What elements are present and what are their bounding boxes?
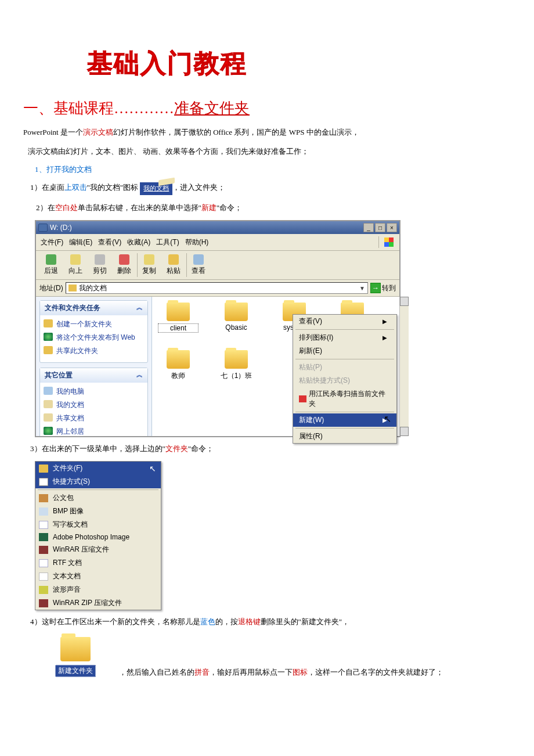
submenu-item[interactable]: 写字板文档: [35, 518, 161, 531]
menu-file[interactable]: 文件(F): [41, 237, 63, 247]
toolbar-label: 粘贴: [167, 266, 181, 276]
sidebar-item[interactable]: 网上邻居: [44, 425, 144, 436]
menu-help[interactable]: 帮助(H): [185, 237, 209, 247]
explorer-content[interactable]: clientQbasicsystemTemp教师七（1）班 查看(V)▶排列图标…: [152, 297, 399, 436]
explorer-addressbar: 地址(D) 我的文档 ▼ → 转到: [36, 280, 399, 297]
folder-icon: [167, 303, 190, 321]
folder-label: client: [158, 323, 199, 333]
menu-item-label: 粘贴快捷方式(S): [299, 376, 350, 386]
toolbar-删除[interactable]: 删除: [113, 253, 136, 277]
dropdown-icon[interactable]: ▼: [359, 285, 365, 291]
submenu-label: 公文包: [53, 493, 74, 503]
toolbar-label: 复制: [142, 266, 156, 276]
sidebar-item[interactable]: 共享文档: [44, 412, 144, 425]
submenu-item[interactable]: WinRAR ZIP 压缩文件: [35, 596, 161, 610]
sidebar-item[interactable]: 我的电脑: [44, 385, 144, 398]
new-folder-label[interactable]: 新建文件夹: [55, 665, 96, 677]
sidebar-item-label: 共享文档: [56, 413, 84, 423]
places-panel-header[interactable]: 其它位置︽: [40, 368, 147, 383]
submenu-label: 文件夹(F): [53, 463, 82, 473]
submenu-item[interactable]: 文件夹(F)↖: [35, 462, 161, 475]
sidebar-item-label: 我的文档: [56, 400, 84, 410]
menu-edit[interactable]: 编辑(E): [69, 237, 92, 247]
menu-view[interactable]: 查看(V): [98, 237, 121, 247]
submenu-item[interactable]: 快捷方式(S): [35, 475, 161, 488]
window-title: W: (D:): [50, 224, 72, 232]
submenu-item[interactable]: Adobe Photoshop Image: [35, 531, 161, 543]
chevron-up-icon: ︽: [136, 303, 143, 313]
explorer-sidebar: 文件和文件夹任务︽ 创建一个新文件夹将这个文件夹发布到 Web共享此文件夹 其它…: [36, 297, 152, 436]
section-link: 准备文件夹: [174, 100, 250, 117]
context-menu-item[interactable]: 查看(V)▶: [293, 315, 396, 328]
folder-item[interactable]: 教师: [158, 350, 199, 381]
submenu-item[interactable]: BMP 图像: [35, 505, 161, 518]
menu-item-label: 粘贴(P): [299, 362, 322, 372]
sidebar-item-label: 我的电脑: [56, 387, 84, 397]
sidebar-item-label: 创建一个新文件夹: [56, 319, 112, 329]
toolbar-剪切[interactable]: 剪切: [88, 253, 111, 277]
folder-icon: [167, 350, 190, 369]
folder-icon: [225, 350, 248, 369]
cursor-icon: ↖: [149, 464, 156, 473]
submenu-label: BMP 图像: [53, 506, 84, 516]
toolbar-查看[interactable]: 查看: [186, 253, 210, 277]
zip-icon: [39, 599, 48, 607]
menu-item-label: 查看(V): [299, 316, 322, 326]
step-1: 1）在桌面上双击"我的文档"图标 我的文档 ，进入文件夹；: [30, 181, 511, 195]
folder-label: 七（1）班: [216, 371, 257, 381]
toolbar-label: 查看: [192, 266, 205, 276]
address-input[interactable]: 我的文档 ▼: [66, 282, 368, 294]
doc-icon: [44, 413, 53, 422]
toolbar-label: 删除: [117, 266, 131, 276]
address-label: 地址(D): [39, 283, 63, 293]
drive-icon: [38, 224, 48, 232]
toolbar-后退[interactable]: 后退: [39, 253, 63, 277]
ic-view-icon: [193, 254, 204, 265]
submenu-item[interactable]: 文本文档: [35, 570, 161, 583]
toolbar-复制[interactable]: 复制: [137, 253, 161, 277]
new-submenu: 文件夹(F)↖快捷方式(S)公文包BMP 图像写字板文档Adobe Photos…: [35, 461, 161, 610]
menu-item-label: 刷新(E): [299, 346, 322, 356]
folder-label: 教师: [158, 371, 199, 381]
context-menu-item[interactable]: 用江民杀毒扫描当前文件夹: [293, 387, 396, 411]
explorer-titlebar[interactable]: W: (D:) _ □ ×: [36, 221, 399, 234]
maximize-button[interactable]: □: [375, 223, 385, 232]
toolbar-向上[interactable]: 向上: [64, 253, 87, 277]
folder-item[interactable]: Qbasic: [216, 303, 257, 333]
context-menu-item[interactable]: 新建(W)▶: [293, 413, 396, 427]
folder-item[interactable]: 七（1）班: [216, 350, 257, 381]
context-menu-item[interactable]: 刷新(E): [293, 344, 396, 358]
menu-item-label: 属性(R): [299, 431, 323, 441]
vertical-scrollbar[interactable]: [399, 297, 409, 436]
submenu-arrow-icon: ▶: [383, 318, 387, 325]
folder-item[interactable]: client: [158, 303, 199, 333]
submenu-item[interactable]: RTF 文档: [35, 556, 161, 570]
share-icon: [44, 346, 53, 354]
sidebar-item[interactable]: 共享此文件夹: [44, 344, 144, 358]
minimize-button[interactable]: _: [363, 223, 374, 232]
context-menu-item[interactable]: 属性(R): [293, 430, 396, 443]
folder-icon: [60, 637, 91, 661]
context-menu-item[interactable]: 排列图标(I)▶: [293, 331, 396, 344]
scroll-down-button[interactable]: [400, 427, 409, 436]
menu-item-label: 排列图标(I): [299, 333, 333, 343]
menu-favorites[interactable]: 收藏(A): [127, 237, 150, 247]
menu-tools[interactable]: 工具(T): [156, 237, 179, 247]
submenu-item[interactable]: 公文包: [35, 491, 161, 505]
submenu-label: 快捷方式(S): [53, 477, 90, 487]
address-value: 我的文档: [79, 283, 107, 293]
close-button[interactable]: ×: [387, 223, 397, 232]
submenu-item[interactable]: 波形声音: [35, 583, 161, 596]
go-button[interactable]: → 转到: [370, 283, 396, 293]
globe-icon: [44, 333, 53, 341]
submenu-item[interactable]: WinRAR 压缩文件: [35, 543, 161, 556]
scroll-up-button[interactable]: [400, 297, 409, 306]
sidebar-item[interactable]: 我的文档: [44, 398, 144, 412]
menu-item-label: 用江民杀毒扫描当前文件夹: [309, 389, 387, 409]
sidebar-item[interactable]: 将这个文件夹发布到 Web: [44, 331, 144, 344]
sidebar-item-label: 网上邻居: [56, 427, 84, 436]
tasks-panel-header[interactable]: 文件和文件夹任务︽: [40, 301, 147, 315]
step-2: 2）在空白处单击鼠标右键，在出来的菜单中选择"新建"命令；: [36, 201, 511, 214]
toolbar-粘贴[interactable]: 粘贴: [162, 253, 185, 277]
sidebar-item[interactable]: 创建一个新文件夹: [44, 318, 144, 331]
